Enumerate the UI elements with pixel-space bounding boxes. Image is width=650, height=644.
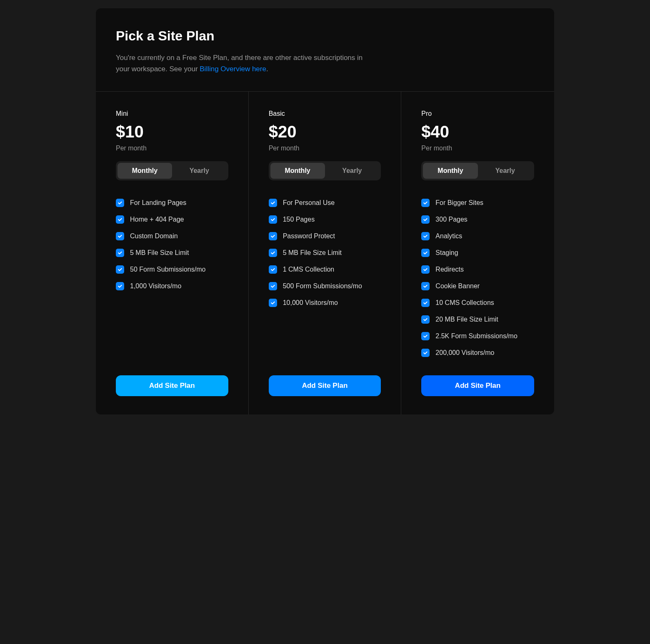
feature-item: 5 MB File Size Limit <box>269 249 381 257</box>
feature-item: For Bigger Sites <box>421 199 534 207</box>
plan-mini: Mini $10 Per month Monthly Yearly For La… <box>96 92 249 414</box>
feature-text: 2.5K Form Submissions/mo <box>435 332 518 340</box>
feature-item: Home + 404 Page <box>116 215 228 224</box>
feature-text: For Landing Pages <box>130 199 186 207</box>
check-icon <box>116 282 124 290</box>
check-icon <box>269 215 277 224</box>
check-icon <box>421 282 430 290</box>
toggle-monthly[interactable]: Monthly <box>118 163 172 179</box>
billing-toggle: Monthly Yearly <box>116 161 228 180</box>
feature-text: Redirects <box>435 266 464 273</box>
add-site-plan-button[interactable]: Add Site Plan <box>269 375 381 396</box>
plan-pro: Pro $40 Per month Monthly Yearly For Big… <box>401 92 554 414</box>
feature-item: 10,000 Visitors/mo <box>269 299 381 307</box>
feature-item: 150 Pages <box>269 215 381 224</box>
feature-text: For Personal Use <box>283 199 335 207</box>
check-icon <box>269 265 277 274</box>
check-icon <box>421 249 430 257</box>
feature-text: Custom Domain <box>130 232 178 240</box>
plan-price: $20 <box>269 122 381 141</box>
add-site-plan-button[interactable]: Add Site Plan <box>421 375 534 396</box>
plan-price: $40 <box>421 122 534 141</box>
features-list: For Bigger Sites 300 Pages Analytics Sta… <box>421 199 534 357</box>
check-icon <box>421 215 430 224</box>
toggle-yearly[interactable]: Yearly <box>172 163 227 179</box>
plan-name: Pro <box>421 110 534 117</box>
check-icon <box>421 349 430 357</box>
plan-period: Per month <box>116 145 228 152</box>
feature-text: Home + 404 Page <box>130 216 184 223</box>
check-icon <box>421 232 430 240</box>
billing-toggle: Monthly Yearly <box>421 161 534 180</box>
feature-item: 1 CMS Collection <box>269 265 381 274</box>
check-icon <box>421 265 430 274</box>
page-title: Pick a Site Plan <box>116 28 534 44</box>
toggle-monthly[interactable]: Monthly <box>270 163 325 179</box>
check-icon <box>269 232 277 240</box>
billing-overview-link[interactable]: Billing Overview here <box>200 65 266 73</box>
plan-name: Basic <box>269 110 381 117</box>
feature-item: Password Protect <box>269 232 381 240</box>
check-icon <box>269 282 277 290</box>
features-list: For Personal Use 150 Pages Password Prot… <box>269 199 381 357</box>
feature-text: Password Protect <box>283 232 335 240</box>
plans-grid: Mini $10 Per month Monthly Yearly For La… <box>96 91 554 414</box>
feature-item: Cookie Banner <box>421 282 534 290</box>
plan-basic: Basic $20 Per month Monthly Yearly For P… <box>249 92 402 414</box>
check-icon <box>269 249 277 257</box>
check-icon <box>421 315 430 324</box>
feature-text: 200,000 Visitors/mo <box>435 349 494 357</box>
check-icon <box>116 199 124 207</box>
feature-item: 10 CMS Collections <box>421 299 534 307</box>
toggle-yearly[interactable]: Yearly <box>325 163 380 179</box>
feature-item: Custom Domain <box>116 232 228 240</box>
feature-text: Cookie Banner <box>435 282 480 290</box>
feature-text: 20 MB File Size Limit <box>435 316 498 323</box>
pricing-modal: Pick a Site Plan You're currently on a F… <box>96 8 554 414</box>
feature-item: 20 MB File Size Limit <box>421 315 534 324</box>
subtitle-text-end: . <box>266 65 268 73</box>
feature-text: 150 Pages <box>283 216 315 223</box>
check-icon <box>116 249 124 257</box>
features-list: For Landing Pages Home + 404 Page Custom… <box>116 199 228 357</box>
feature-item: Redirects <box>421 265 534 274</box>
plan-name: Mini <box>116 110 228 117</box>
feature-item: 5 MB File Size Limit <box>116 249 228 257</box>
feature-text: 10,000 Visitors/mo <box>283 299 338 307</box>
page-subtitle: You're currently on a Free Site Plan, an… <box>116 52 366 75</box>
feature-item: 50 Form Submissions/mo <box>116 265 228 274</box>
check-icon <box>116 232 124 240</box>
feature-item: Staging <box>421 249 534 257</box>
feature-item: 300 Pages <box>421 215 534 224</box>
check-icon <box>269 299 277 307</box>
feature-item: Analytics <box>421 232 534 240</box>
feature-text: 5 MB File Size Limit <box>283 249 342 257</box>
modal-header: Pick a Site Plan You're currently on a F… <box>96 8 554 91</box>
feature-item: For Personal Use <box>269 199 381 207</box>
feature-text: 500 Form Submissions/mo <box>283 282 362 290</box>
feature-text: 50 Form Submissions/mo <box>130 266 205 273</box>
billing-toggle: Monthly Yearly <box>269 161 381 180</box>
feature-item: 2.5K Form Submissions/mo <box>421 332 534 340</box>
check-icon <box>269 199 277 207</box>
plan-price: $10 <box>116 122 228 141</box>
check-icon <box>421 332 430 340</box>
toggle-monthly[interactable]: Monthly <box>423 163 478 179</box>
feature-text: 1 CMS Collection <box>283 266 335 273</box>
plan-period: Per month <box>421 145 534 152</box>
check-icon <box>116 215 124 224</box>
toggle-yearly[interactable]: Yearly <box>478 163 532 179</box>
feature-item: For Landing Pages <box>116 199 228 207</box>
feature-text: Staging <box>435 249 458 257</box>
plan-period: Per month <box>269 145 381 152</box>
feature-item: 1,000 Visitors/mo <box>116 282 228 290</box>
feature-item: 500 Form Submissions/mo <box>269 282 381 290</box>
feature-text: 1,000 Visitors/mo <box>130 282 181 290</box>
feature-text: For Bigger Sites <box>435 199 483 207</box>
check-icon <box>421 199 430 207</box>
check-icon <box>421 299 430 307</box>
check-icon <box>116 265 124 274</box>
feature-text: 300 Pages <box>435 216 468 223</box>
feature-text: Analytics <box>435 232 462 240</box>
add-site-plan-button[interactable]: Add Site Plan <box>116 375 228 396</box>
